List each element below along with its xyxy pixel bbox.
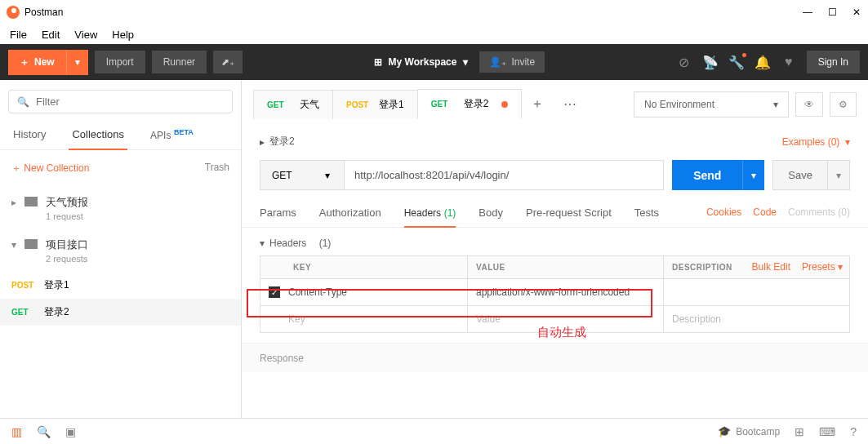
examples-link[interactable]: Examples (0) ▾ [782, 136, 850, 148]
request-tab[interactable]: GET 登录2 [417, 89, 523, 119]
col-value: VALUE [468, 256, 664, 278]
menu-help[interactable]: Help [105, 27, 140, 42]
bulk-edit-link[interactable]: Bulk Edit [752, 261, 790, 273]
trash-link[interactable]: Trash [205, 162, 229, 175]
filter-input[interactable] [36, 95, 224, 108]
comments-link[interactable]: Comments (0) [788, 206, 850, 227]
import-button[interactable]: Import [95, 51, 145, 73]
layout-icon[interactable]: ⊞ [795, 425, 804, 438]
tab-apis[interactable]: APIs BETA [147, 120, 197, 149]
menubar: File Edit View Help [0, 24, 868, 44]
request-tab[interactable]: POST 登录1 [332, 90, 418, 119]
help-icon[interactable]: ? [850, 425, 857, 438]
params-tab[interactable]: Params [260, 206, 296, 227]
filter-box[interactable]: 🔍 [8, 90, 233, 113]
tab-collections[interactable]: Collections [69, 120, 127, 149]
runner-button[interactable]: Runner [152, 51, 207, 73]
workspace-selector[interactable]: ⊞ My Workspace ▾ [374, 56, 469, 68]
request-tabs: GET 天气 POST 登录1 GET 登录2 ＋ ⋯ [253, 88, 624, 120]
search-icon: 🔍 [17, 96, 29, 108]
chevron-down-icon: ▾ [325, 170, 330, 181]
send-button[interactable]: Send [672, 160, 742, 190]
tab-history[interactable]: History [10, 120, 49, 149]
caret-down-icon: ▾ [260, 238, 265, 249]
bootcamp-link[interactable]: 🎓 Bootcamp [718, 425, 780, 437]
environment-select[interactable]: No Environment▾ [634, 91, 789, 118]
find-icon[interactable]: 🔍 [37, 425, 51, 438]
sync-off-icon[interactable]: ⊘ [676, 55, 692, 70]
response-section: Response [242, 343, 868, 372]
tests-tab[interactable]: Tests [634, 206, 659, 227]
menu-file[interactable]: File [3, 27, 33, 42]
sidebar-toggle-icon[interactable]: ▥ [11, 425, 22, 438]
save-dropdown[interactable]: ▾ [828, 160, 850, 190]
app-icon [7, 6, 20, 19]
caret-right-icon: ▸ [11, 197, 16, 208]
folder-icon [24, 239, 38, 249]
send-dropdown[interactable]: ▾ [742, 160, 764, 190]
new-collection-link[interactable]: ＋ New Collection [11, 162, 89, 175]
workspace-icon: ⊞ [374, 56, 382, 68]
new-dropdown[interactable]: ▾ [66, 50, 88, 75]
headers-table: Bulk Edit Presets ▾ KEY VALUE DESCRIPTIO… [260, 255, 850, 333]
env-quicklook-icon[interactable]: 👁 [795, 92, 823, 117]
main-toolbar: ＋New ▾ Import Runner ⬈₊ ⊞ My Workspace ▾… [0, 44, 868, 80]
collection-folder[interactable]: ▸ 天气预报 1 request [0, 187, 241, 229]
menu-edit[interactable]: Edit [35, 27, 66, 42]
app-title: Postman [24, 7, 63, 18]
authorization-tab[interactable]: Authorization [319, 206, 381, 227]
chevron-down-icon: ▾ [773, 99, 778, 110]
request-name[interactable]: ▸ 登录2 [260, 135, 295, 149]
caret-right-icon: ▸ [260, 136, 265, 148]
invite-button[interactable]: 👤₊ Invite [479, 51, 545, 73]
caret-down-icon: ▾ [11, 239, 16, 251]
folder-icon [24, 197, 38, 206]
minimize-button[interactable]: — [803, 7, 812, 17]
cookies-link[interactable]: Cookies [706, 206, 741, 227]
code-link[interactable]: Code [753, 206, 777, 227]
headers-tab[interactable]: Headers (1) [404, 206, 456, 227]
body-tab[interactable]: Body [479, 206, 503, 227]
statusbar: ▥ 🔍 ▣ 🎓 Bootcamp ⊞ ⌨ ? [0, 418, 868, 444]
request-item[interactable]: POST 登录1 [0, 272, 241, 299]
checkbox[interactable]: ✓ [269, 286, 280, 298]
add-tab-button[interactable]: ＋ [521, 88, 554, 120]
new-button[interactable]: ＋New [8, 50, 66, 75]
open-new-icon[interactable]: ⬈₊ [213, 51, 243, 73]
prerequest-tab[interactable]: Pre-request Script [526, 206, 612, 227]
save-button[interactable]: Save [772, 160, 828, 190]
sidebar: 🔍 History Collections APIs BETA ＋ New Co… [0, 80, 242, 418]
close-button[interactable]: ✕ [852, 7, 861, 17]
request-tab[interactable]: GET 天气 [253, 90, 333, 119]
tab-options-button[interactable]: ⋯ [554, 89, 586, 119]
url-input[interactable] [345, 160, 664, 190]
satellite-icon[interactable]: 📡 [702, 55, 719, 70]
presets-link[interactable]: Presets ▾ [802, 261, 843, 273]
bell-icon[interactable]: 🔔 [754, 55, 771, 70]
signin-button[interactable]: Sign In [807, 51, 860, 73]
person-plus-icon: 👤₊ [489, 56, 506, 68]
request-item[interactable]: GET 登录2 [0, 299, 241, 326]
chevron-down-icon: ▾ [463, 56, 468, 68]
menu-view[interactable]: View [68, 27, 104, 42]
heart-icon[interactable]: ♥ [781, 55, 797, 69]
wrench-icon[interactable]: 🔧 [728, 55, 745, 70]
col-key: KEY [285, 256, 468, 278]
settings-icon[interactable]: ⚙ [830, 92, 857, 117]
method-select[interactable]: GET▾ [260, 160, 345, 190]
annotation-text: 自动生成 [537, 325, 586, 340]
window-titlebar: Postman — ☐ ✕ [0, 0, 868, 24]
keyboard-icon[interactable]: ⌨ [819, 425, 835, 438]
unsaved-dot-icon [501, 101, 508, 108]
collection-folder[interactable]: ▾ 项目接口 2 requests [0, 229, 241, 272]
headers-title[interactable]: ▾ Headers (1) [260, 238, 850, 249]
header-row[interactable]: ✓ Content-Type application/x-www-form-ur… [260, 279, 849, 306]
console-icon[interactable]: ▣ [65, 425, 76, 438]
main-content: GET 天气 POST 登录1 GET 登录2 ＋ ⋯ No Environme… [242, 80, 868, 418]
maximize-button[interactable]: ☐ [827, 7, 837, 17]
